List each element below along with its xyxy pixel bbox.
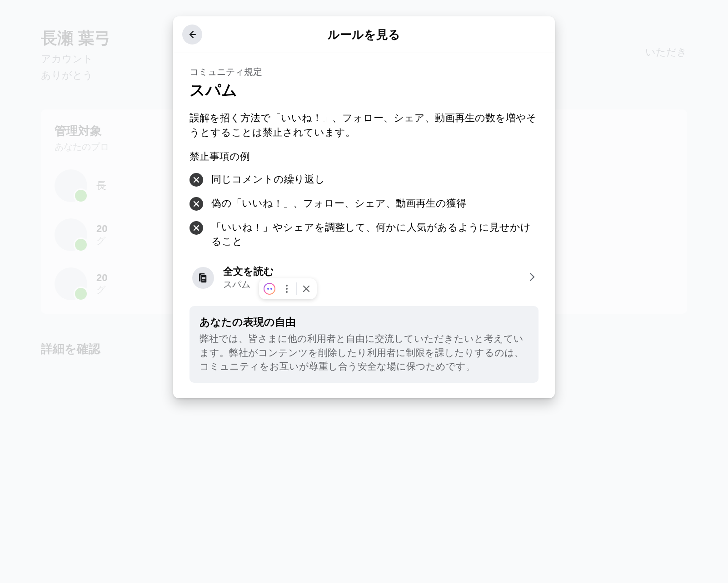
rules-modal: ルールを見る コミュニティ規定 スパム 誤解を招く方法で「いいね！」、フォロー、… bbox=[173, 16, 555, 398]
svg-rect-3 bbox=[202, 278, 205, 279]
svg-rect-4 bbox=[202, 280, 204, 281]
section-label: コミュニティ規定 bbox=[189, 66, 539, 78]
rule-item: 同じコメントの繰り返し bbox=[189, 173, 539, 187]
footer-title: あなたの表現の自由 bbox=[199, 315, 529, 329]
assistant-logo-icon bbox=[264, 283, 275, 295]
description-text: 誤解を招く方法で「いいね！」、フォロー、シェア、動画再生の数を増やそうとすること… bbox=[189, 111, 539, 140]
rule-text: 偽の「いいね！」、フォロー、シェア、動画再生の獲得 bbox=[211, 197, 466, 211]
chevron-right-icon bbox=[529, 272, 536, 284]
x-icon bbox=[189, 173, 203, 187]
arrow-left-icon bbox=[188, 30, 197, 39]
toolbar-close-button[interactable] bbox=[298, 280, 315, 297]
modal-title: ルールを見る bbox=[173, 27, 555, 43]
toolbar-logo-button[interactable] bbox=[261, 280, 278, 297]
close-icon bbox=[303, 285, 310, 292]
read-full-title: 全文を読む bbox=[223, 265, 519, 278]
back-button[interactable] bbox=[182, 25, 202, 44]
x-icon bbox=[189, 197, 203, 211]
floating-toolbar bbox=[259, 278, 317, 299]
more-vertical-icon bbox=[286, 285, 288, 293]
toolbar-more-button[interactable] bbox=[278, 280, 295, 297]
toolbar-divider bbox=[296, 282, 297, 295]
x-icon bbox=[189, 221, 203, 235]
rule-text: 「いいね！」やシェアを調整して、何かに人気があるように見せかけること bbox=[211, 221, 539, 249]
read-full-link[interactable]: 全文を読む スパム bbox=[189, 258, 539, 297]
modal-body: コミュニティ規定 スパム 誤解を招く方法で「いいね！」、フォロー、シェア、動画再… bbox=[173, 53, 555, 398]
rule-text: 同じコメントの繰り返し bbox=[211, 173, 325, 187]
list-heading: 禁止事項の例 bbox=[189, 150, 539, 163]
footer-info-box: あなたの表現の自由 弊社では、皆さまに他の利用者と自由に交流していただきたいと考… bbox=[189, 306, 539, 382]
modal-header: ルールを見る bbox=[173, 16, 555, 53]
footer-body: 弊社では、皆さまに他の利用者と自由に交流していただきたいと考えています。弊社がコ… bbox=[199, 332, 529, 373]
svg-rect-2 bbox=[202, 277, 205, 278]
document-icon bbox=[192, 267, 214, 289]
main-heading: スパム bbox=[189, 80, 539, 101]
rule-item: 「いいね！」やシェアを調整して、何かに人気があるように見せかけること bbox=[189, 221, 539, 249]
rule-item: 偽の「いいね！」、フォロー、シェア、動画再生の獲得 bbox=[189, 197, 539, 211]
